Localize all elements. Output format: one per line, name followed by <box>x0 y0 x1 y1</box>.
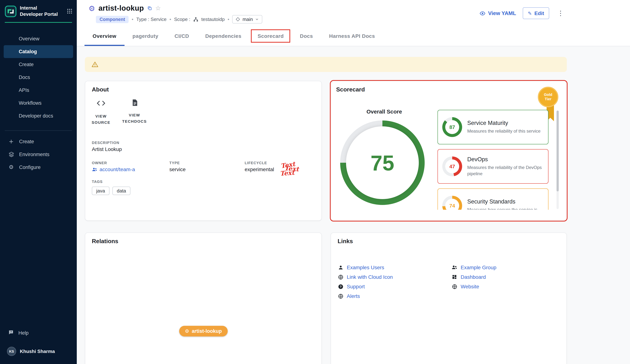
user-menu[interactable]: KS Khushi Sharma <box>4 345 73 358</box>
sidebar-item-docs[interactable]: Docs <box>4 71 73 84</box>
links-title: Links <box>338 238 353 245</box>
sidebar-item-configure[interactable]: ⚙ Configure <box>4 161 73 174</box>
star-icon[interactable]: ☆ <box>155 5 161 12</box>
code-icon <box>96 99 106 109</box>
app-window: Internal Developer Portal Overview Catal… <box>0 0 630 364</box>
sidebar-item-apis[interactable]: APIs <box>4 84 73 96</box>
scorecard-item-service-maturity[interactable]: 87 Service Maturity Measures the reliabi… <box>438 110 548 144</box>
component-gear-icon: ⚙ <box>88 4 95 12</box>
branch-selector[interactable]: main <box>232 15 262 24</box>
group-icon <box>92 166 97 172</box>
eye-icon <box>479 10 486 16</box>
scrollbar-track[interactable] <box>556 110 559 209</box>
tab-pagerduty[interactable]: pagerduty <box>124 26 166 46</box>
score-ring: 47 <box>442 156 462 176</box>
link-examples-users[interactable]: Examples Users <box>338 264 452 270</box>
sidebar-item-developer-docs[interactable]: Developer docs <box>4 110 73 122</box>
link-dashboard[interactable]: Dashboard <box>452 274 496 280</box>
sidebar-item-workflows[interactable]: Workflows <box>4 96 73 110</box>
scorecard-title: Scorecard <box>336 86 365 93</box>
type-value: service <box>169 166 245 172</box>
tab-harness-api-docs[interactable]: Harness API Docs <box>321 26 383 46</box>
relations-node-artist-lookup[interactable]: ⚙ artist-lookup <box>179 326 228 336</box>
lifecycle-value: experimental <box>245 166 274 172</box>
tags-field: TAGS java data <box>92 180 130 195</box>
sidebar-item-create[interactable]: Create <box>4 58 73 71</box>
about-title: About <box>92 86 109 93</box>
content-area: About VIEW SOURCE VIEW TECH <box>77 46 630 364</box>
scorecard-card: Scorecard Overall Score 75 Gold Tier <box>330 81 567 221</box>
view-techdocs-button[interactable]: VIEW TECHDOCS <box>119 99 150 126</box>
sidebar-footer: ? Help KS Khushi Sharma <box>0 326 77 364</box>
owner-link[interactable]: account/team-a <box>92 166 169 172</box>
plus-icon <box>8 139 14 144</box>
sidebar-nav: Overview Catalog Create Docs APIs Workfl… <box>0 32 77 122</box>
link-example-group[interactable]: Example Group <box>452 264 496 270</box>
scrollbar-thumb[interactable] <box>556 110 559 191</box>
branch-icon <box>236 17 240 22</box>
sidebar-item-create-action[interactable]: Create <box>4 135 73 148</box>
description-field: DESCRIPTION Artist Lookup <box>92 141 122 152</box>
dashboard-icon <box>452 274 457 280</box>
svg-text:?: ? <box>10 330 12 333</box>
scorecard-item-security-standards[interactable]: 74 Security Standards Measures how secur… <box>438 188 548 210</box>
chevron-down-icon <box>255 17 259 21</box>
link-website[interactable]: Website <box>452 284 496 290</box>
help-button[interactable]: ? Help <box>4 326 73 339</box>
header-actions: View YAML ✎ Edit ⋮ <box>479 7 565 19</box>
overall-score-label: Overall Score <box>331 108 438 114</box>
kind-badge: Component <box>96 16 129 23</box>
link-cloud-icon[interactable]: Link with Cloud Icon <box>338 274 452 280</box>
globe-icon <box>452 284 457 289</box>
portal-logo-icon <box>5 6 16 17</box>
globe-icon <box>338 274 344 280</box>
scope-value: testautoidp <box>201 16 225 22</box>
sidebar-item-overview[interactable]: Overview <box>4 32 73 45</box>
globe-icon <box>338 293 344 299</box>
document-icon <box>130 99 138 108</box>
gear-icon: ⚙ <box>8 164 14 170</box>
warning-banner <box>85 57 567 72</box>
sidebar-item-environments[interactable]: Environments <box>4 148 73 161</box>
link-support[interactable]: ? Support <box>338 284 452 290</box>
edit-button[interactable]: ✎ Edit <box>523 7 549 19</box>
tab-overview[interactable]: Overview <box>84 26 124 46</box>
tab-scorecard[interactable]: Scorecard <box>250 26 292 46</box>
scope-sitemap-icon <box>193 17 198 22</box>
relations-title: Relations <box>92 238 118 245</box>
overall-score-donut: 75 <box>340 120 425 205</box>
tag-data[interactable]: data <box>112 186 130 195</box>
sidebar: Internal Developer Portal Overview Catal… <box>0 0 77 364</box>
tab-docs[interactable]: Docs <box>292 26 321 46</box>
warning-icon <box>92 61 98 68</box>
meta-type: Type : Service <box>136 16 166 22</box>
page-title: artist-lookup <box>98 4 144 12</box>
help-circle-icon: ? <box>338 284 344 289</box>
sidebar-item-catalog[interactable]: Catalog <box>4 45 73 58</box>
scorecard-item-devops[interactable]: 47 DevOps Measures the reliability of th… <box>438 149 548 184</box>
view-source-button[interactable]: VIEW SOURCE <box>85 99 117 126</box>
tab-dependencies[interactable]: Dependencies <box>197 26 250 46</box>
sidebar-secondary-nav: Create Environments ⚙ Configure <box>0 135 77 174</box>
link-alerts[interactable]: Alerts <box>338 293 452 299</box>
main-area: ⚙ artist-lookup ☆ Component • Type : Ser… <box>77 0 630 364</box>
sidebar-divider <box>5 130 72 131</box>
red-scribble-annotation: Text Text Text <box>279 160 312 182</box>
owner-field: OWNER account/team-a <box>92 161 169 172</box>
view-yaml-button[interactable]: View YAML <box>479 10 516 16</box>
apps-grid-icon[interactable] <box>67 9 72 14</box>
scorecard-list: 87 Service Maturity Measures the reliabi… <box>438 110 548 210</box>
tag-java[interactable]: java <box>92 186 110 195</box>
sidebar-accent-bar <box>5 22 72 23</box>
type-field: TYPE service <box>169 161 245 172</box>
more-options-button[interactable]: ⋮ <box>556 10 565 16</box>
tab-cicd[interactable]: CI/CD <box>166 26 197 46</box>
user-icon <box>338 265 344 270</box>
score-ring: 87 <box>442 117 462 137</box>
avatar: KS <box>7 346 16 356</box>
copy-icon[interactable] <box>147 6 152 11</box>
links-card: Links Examples Users <box>330 232 567 364</box>
meta-scope-label: Scope : <box>174 16 190 22</box>
svg-text:?: ? <box>340 285 342 288</box>
relations-card: Relations ⚙ artist-lookup <box>85 232 322 364</box>
